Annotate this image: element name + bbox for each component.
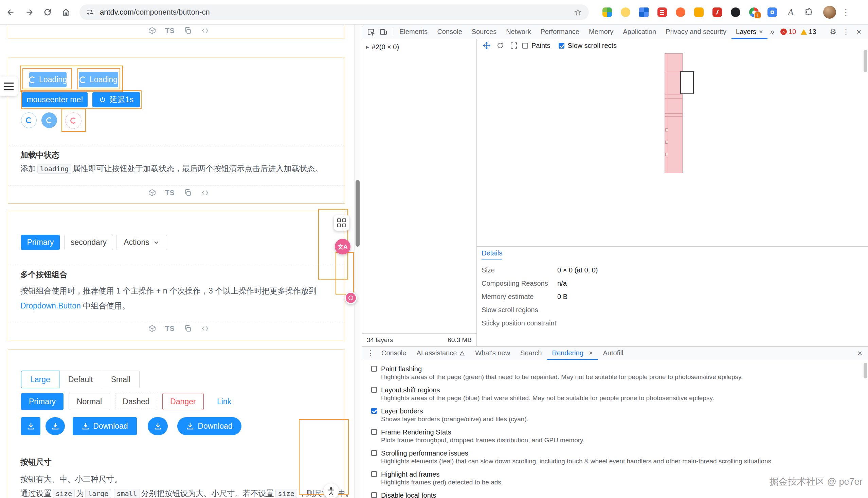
drawer-tab-search[interactable]: Search <box>515 346 547 360</box>
extension-icon-blue-grid[interactable] <box>638 7 649 18</box>
extension-icon-black-dot[interactable] <box>730 7 741 18</box>
loading-button-2[interactable]: Loading <box>79 72 118 87</box>
forward-button[interactable] <box>22 5 37 20</box>
tab-network[interactable]: Network <box>502 25 535 39</box>
danger-button[interactable]: Danger <box>162 393 204 410</box>
dropdown-button-link[interactable]: Dropdown.Button <box>21 301 81 310</box>
extension-icon-multicolor[interactable] <box>602 7 613 18</box>
extension-icon-red[interactable] <box>657 7 668 18</box>
copy-code-icon[interactable] <box>184 188 192 197</box>
link-button[interactable]: Link <box>211 393 238 410</box>
codesandbox-icon[interactable] <box>148 188 156 197</box>
extension-icon-blue[interactable] <box>767 7 778 18</box>
disable-local-fonts-checkbox[interactable] <box>371 492 377 498</box>
accessibility-widget-button[interactable] <box>323 483 339 498</box>
slow-scroll-rects-checkbox[interactable] <box>559 43 564 49</box>
bookmark-star-icon[interactable]: ☆ <box>574 7 582 18</box>
inspect-element-button[interactable] <box>365 27 377 37</box>
selected-tile-outline[interactable] <box>680 71 694 94</box>
docs-menu-button[interactable] <box>0 76 18 96</box>
loading-circle-button-1[interactable] <box>21 113 37 128</box>
download-button[interactable]: Download <box>73 417 137 435</box>
tab-memory[interactable]: Memory <box>585 25 618 39</box>
loading-button-1[interactable]: Loading <box>29 72 67 87</box>
pan-mode-button[interactable] <box>482 40 492 51</box>
extension-icon-amber[interactable] <box>693 7 704 18</box>
actions-dropdown-button[interactable]: Actions <box>116 235 167 250</box>
devtools-settings-button[interactable]: ⚙ <box>827 27 839 37</box>
layers-canvas[interactable] <box>477 52 864 246</box>
device-toolbar-button[interactable] <box>378 27 389 37</box>
layout-shift-checkbox[interactable] <box>371 387 377 393</box>
slow-scroll-rects-label[interactable]: Slow scroll rects <box>568 42 617 50</box>
dashed-button[interactable]: Dashed <box>115 393 157 410</box>
rotate-mode-button[interactable] <box>495 40 505 51</box>
primary-button[interactable]: Primary <box>21 235 60 250</box>
tab-privacy-security[interactable]: Privacy and security <box>661 25 731 39</box>
extension-icon-chrome[interactable]: 1 <box>748 7 759 18</box>
disclosure-triangle-icon[interactable]: ▸ <box>366 43 369 51</box>
highlight-ad-frames-checkbox[interactable] <box>371 471 377 477</box>
extension-icon-yellow[interactable] <box>620 7 631 18</box>
floating-grid-widget-button[interactable] <box>334 215 349 231</box>
radio-large[interactable]: Large <box>21 371 59 388</box>
refresh-button[interactable] <box>40 5 55 20</box>
typescript-icon[interactable]: TS <box>165 26 175 35</box>
devtools-scrollbar-thumb[interactable] <box>864 50 867 73</box>
mouseenter-button[interactable]: mouseenter me! <box>22 92 88 107</box>
primary-size-button[interactable]: Primary <box>21 393 64 410</box>
home-button[interactable] <box>58 5 74 20</box>
console-errors-badge[interactable]: ×10 <box>780 28 796 36</box>
extension-icon-crimson[interactable] <box>712 7 723 18</box>
demo-title-group[interactable]: 多个按钮组合 <box>21 270 67 280</box>
paints-checkbox[interactable] <box>522 43 528 49</box>
show-code-icon[interactable] <box>201 188 210 197</box>
drawer-close-button[interactable]: × <box>854 348 866 358</box>
typescript-icon[interactable]: TS <box>165 188 175 197</box>
tab-layers[interactable]: Layers× <box>732 25 767 39</box>
codesandbox-icon[interactable] <box>148 26 156 35</box>
drawer-tab-ai-assistance[interactable]: AI assistance <box>411 346 470 360</box>
drawer-tab-whats-new[interactable]: What's new <box>470 346 515 360</box>
frame-rendering-stats-checkbox[interactable] <box>371 429 377 435</box>
copy-code-icon[interactable] <box>184 324 192 332</box>
extension-icon-a[interactable]: A <box>785 7 796 18</box>
extension-icon-orange[interactable] <box>675 7 686 18</box>
drawer-scrollbar-thumb[interactable] <box>864 363 867 378</box>
typescript-icon[interactable]: TS <box>165 324 175 332</box>
show-code-icon[interactable] <box>201 324 210 332</box>
more-tabs-icon[interactable]: » <box>768 27 776 36</box>
drawer-tab-autofill[interactable]: Autofill <box>598 346 628 360</box>
layer-borders-checkbox[interactable] <box>371 408 377 414</box>
drawer-tab-rendering[interactable]: Rendering × <box>547 346 598 360</box>
close-tab-icon[interactable]: × <box>759 28 763 36</box>
tab-application[interactable]: Application <box>618 25 660 39</box>
page-scrollbar-thumb[interactable] <box>356 180 360 247</box>
radio-small[interactable]: Small <box>102 371 140 388</box>
tab-elements[interactable]: Elements <box>395 25 432 39</box>
tab-sources[interactable]: Sources <box>467 25 501 39</box>
tab-performance[interactable]: Performance <box>536 25 584 39</box>
delay-button[interactable]: 延迟1s <box>92 92 140 107</box>
close-tab-icon[interactable]: × <box>589 349 593 357</box>
devtools-close-button[interactable]: × <box>853 27 865 37</box>
loading-circle-button-3[interactable] <box>65 113 81 129</box>
demo-title-size[interactable]: 按钮尺寸 <box>21 457 52 468</box>
secondary-button[interactable]: secondary <box>64 235 113 250</box>
translate-widget-button[interactable]: 文A <box>335 239 350 254</box>
reset-view-button[interactable] <box>509 40 519 51</box>
show-code-icon[interactable] <box>201 26 210 35</box>
paints-label[interactable]: Paints <box>532 42 550 50</box>
layer-tree-item[interactable]: ▸ #2(0 × 0) <box>362 39 477 55</box>
drawer-menu-button[interactable]: ⋮ <box>365 348 376 358</box>
browser-menu-button[interactable]: ⋮ <box>842 7 850 18</box>
paint-flashing-checkbox[interactable] <box>371 366 377 372</box>
drawer-tab-console[interactable]: Console <box>376 346 411 360</box>
radio-default[interactable]: Default <box>59 371 102 388</box>
copy-code-icon[interactable] <box>184 26 192 35</box>
tab-console[interactable]: Console <box>433 25 466 39</box>
back-button[interactable] <box>3 5 18 20</box>
page-scrollbar[interactable] <box>354 25 360 498</box>
devtools-menu-button[interactable]: ⋮ <box>840 27 852 37</box>
details-tab[interactable]: Details <box>482 249 502 260</box>
